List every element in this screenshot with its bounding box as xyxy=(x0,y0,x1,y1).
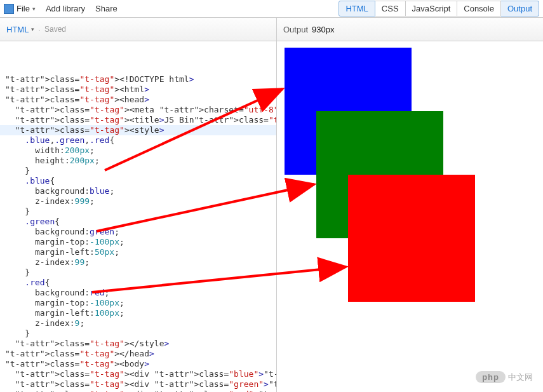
watermark-pill: php xyxy=(476,371,506,383)
top-toolbar: File ▾ Add library Share HTMLCSSJavaScri… xyxy=(0,0,543,18)
panel-btn-javascript[interactable]: JavaScript xyxy=(406,1,458,17)
file-menu-label: File xyxy=(17,4,30,13)
output-title-label: Output xyxy=(283,25,308,34)
share-button[interactable]: Share xyxy=(95,4,117,13)
file-menu-group: File ▾ xyxy=(4,4,36,14)
panel-btn-output[interactable]: Output xyxy=(501,1,539,17)
watermark-text: 中文网 xyxy=(508,372,533,383)
separator-dot: · xyxy=(38,25,41,34)
panel-btn-console[interactable]: Console xyxy=(457,1,501,17)
panel-switcher: HTMLCSSJavaScriptConsoleOutput xyxy=(339,1,539,17)
output-pane: Output 930px xyxy=(277,18,543,392)
code-pane-title-label: HTML xyxy=(6,25,29,34)
caret-down-icon: ▾ xyxy=(31,26,34,32)
output-dimension-label: 930px xyxy=(312,25,334,34)
code-pane-header: HTML ▾ · Saved xyxy=(0,18,276,41)
saved-status-label: Saved xyxy=(44,25,66,34)
panel-btn-css[interactable]: CSS xyxy=(375,1,406,17)
file-menu-button[interactable]: File ▾ xyxy=(17,4,36,13)
main-area: HTML ▾ · Saved "t-attr">class="t-tag"><!… xyxy=(0,18,543,392)
toolbar-left: File ▾ Add library Share xyxy=(4,4,117,14)
watermark: php 中文网 xyxy=(476,371,533,383)
code-editor[interactable]: "t-attr">class="t-tag"><!DOCTYPE html> "… xyxy=(0,41,276,392)
caret-down-icon: ▾ xyxy=(32,6,36,12)
output-pane-header: Output 930px xyxy=(277,18,543,41)
code-pane: HTML ▾ · Saved "t-attr">class="t-tag"><!… xyxy=(0,18,277,392)
code-pane-type-dropdown[interactable]: HTML ▾ xyxy=(6,25,34,34)
output-body xyxy=(277,41,543,392)
output-red-box xyxy=(348,175,475,302)
add-library-button[interactable]: Add library xyxy=(46,4,85,13)
code-content: "t-attr">class="t-tag"><!DOCTYPE html> "… xyxy=(5,74,271,392)
panel-btn-html[interactable]: HTML xyxy=(339,1,375,17)
jsbin-logo-icon xyxy=(4,4,14,14)
